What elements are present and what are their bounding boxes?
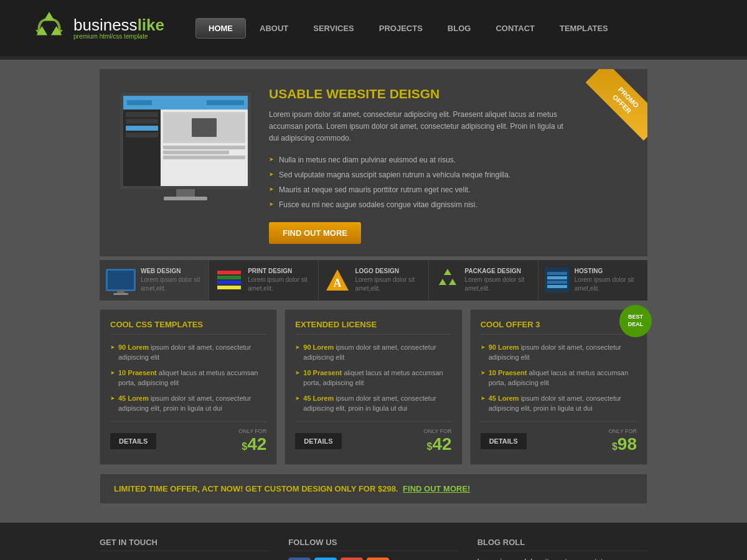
nav-item-contact[interactable]: CONTACT	[484, 19, 546, 38]
blog-roll-item-title: Lorem ipsum dolor sit amet, consectetur	[477, 558, 647, 560]
price-card-2-amount: ONLY FOR $42	[423, 428, 451, 454]
pricing-section: COOL CSS TEMPLATES ➤ 90 Lorem ipsum dolo…	[100, 309, 647, 465]
svg-marker-5	[444, 269, 451, 275]
logo-area: businesslike premium html/css template	[31, 10, 164, 46]
find-out-more-button[interactable]: FIND OUT MORE	[269, 222, 361, 244]
promo-bar-link[interactable]: FIND OUT MORE!	[403, 484, 470, 493]
hero-list-item: ➤ Sed vulputate magna suscipit sapien ru…	[269, 167, 630, 182]
price-card-1-details-btn[interactable]: DETAILS	[110, 433, 156, 449]
logo-icon	[31, 10, 67, 46]
price-card-1-feature-1: ➤ 90 Lorem ipsum dolor sit amet, consect…	[110, 342, 266, 363]
svg-marker-6	[439, 279, 446, 285]
price-card-2-feature-3: ➤ 45 Lorem ipsum dolor sit amet, consect…	[295, 393, 451, 414]
service-item-package-design[interactable]: PACKAGE DESIGN Lorem ipsum dolor sit ame…	[429, 260, 538, 301]
price-card-3-footer: DETAILS ONLY FOR $98	[481, 421, 637, 454]
hosting-icon	[545, 268, 570, 292]
price-card-2-details-btn[interactable]: DETAILS	[295, 433, 341, 449]
service-item-hosting[interactable]: HOSTING Lorem ipsum dolor sit amet,elit.	[538, 260, 647, 301]
service-hosting-text: HOSTING Lorem ipsum dolor sit amet,elit.	[575, 268, 641, 293]
price-card-2-title: EXTENDED LICENSE	[295, 320, 451, 335]
best-deal-badge: BESTDEAL	[619, 305, 652, 337]
service-logo-design-text: LOGO DESIGN Lorem ipsum dolor sit amet,e…	[355, 268, 421, 293]
hero-image	[117, 93, 254, 244]
service-web-design-title: WEB DESIGN	[141, 268, 202, 274]
hero-list: ➤ Nulla in metus nec diam pulvinar euism…	[269, 152, 630, 212]
svg-marker-7	[449, 279, 456, 285]
promo-ribbon: PROMOOFFER	[566, 69, 647, 150]
service-web-design-text: WEB DESIGN Lorem ipsum dolor sit amet,el…	[141, 268, 202, 293]
price-card-1: COOL CSS TEMPLATES ➤ 90 Lorem ipsum dolo…	[100, 309, 277, 465]
price-card-3-feature-3: ➤ 45 Lorem ipsum dolor sit amet, consect…	[481, 393, 637, 414]
rss-icon[interactable]	[367, 558, 389, 560]
logo-text: businesslike premium html/css template	[73, 17, 164, 40]
footer: GET IN TOUCH Lorem ipsum dolor sit amet,…	[0, 523, 747, 560]
service-print-design-title: PRINT DESIGN	[248, 268, 312, 274]
nav-item-about[interactable]: ABOUT	[248, 19, 299, 38]
service-hosting-title: HOSTING	[575, 268, 641, 274]
promo-bar-text: LIMITED TIME OFFER, ACT NOW! GET CUSTOM …	[114, 484, 633, 493]
logo-name-part1: business	[73, 16, 138, 34]
service-item-print-design[interactable]: PRINT DESIGN Lorem ipsum dolor sit amet,…	[209, 260, 319, 301]
price-card-3-only-for: ONLY FOR	[609, 428, 637, 434]
price-card-3-feature-1: ➤ 90 Lorem ipsum dolor sit amet, consect…	[481, 342, 637, 363]
price-card-3-feature-2: ➤ 10 Praesent aliquet lacus at metus acc…	[481, 368, 637, 388]
hero-list-item: ➤ Nulla in metus nec diam pulvinar euism…	[269, 152, 630, 167]
svg-text:A: A	[334, 277, 342, 289]
price-card-1-feature-3: ➤ 45 Lorem ipsum dolor sit amet, consect…	[110, 393, 266, 414]
price-card-1-title: COOL CSS TEMPLATES	[110, 320, 266, 335]
hero-description: Lorem ipsum dolor sit amet, consectetur …	[269, 109, 574, 145]
price-card-3-title: COOL OFFER 3	[481, 320, 637, 335]
price-card-3-details-btn[interactable]: DETAILS	[481, 433, 527, 449]
service-print-design-desc: Lorem ipsum dolor sit amet,elit.	[248, 276, 312, 293]
twitter-icon[interactable]: t	[314, 558, 337, 560]
service-hosting-desc: Lorem ipsum dolor sit amet,elit.	[575, 276, 641, 293]
print-design-icon	[215, 268, 243, 292]
nav-item-services[interactable]: SERVICES	[302, 19, 365, 38]
nav-item-blog[interactable]: BLOG	[436, 19, 482, 38]
price-card-2-feature-2: ➤ 10 Praesent aliquet lacus at metus acc…	[295, 368, 451, 388]
price-card-2-only-for: ONLY FOR	[423, 428, 451, 434]
facebook-icon[interactable]: f	[288, 558, 311, 560]
price-card-2: EXTENDED LICENSE ➤ 90 Lorem ipsum dolor …	[284, 309, 462, 465]
nav-item-projects[interactable]: PROJECTS	[368, 19, 434, 38]
price-card-1-feature-2: ➤ 10 Praesent aliquet lacus at metus acc…	[110, 368, 266, 388]
price-card-2-feature-1: ➤ 90 Lorem ipsum dolor sit amet, consect…	[295, 342, 451, 363]
nav-item-home[interactable]: HOME	[195, 18, 246, 39]
hero-section: USABLE WEBSITE DEISGN Lorem ipsum dolor …	[100, 69, 647, 256]
price-card-1-footer: DETAILS ONLY FOR $42	[110, 421, 266, 454]
services-bar: WEB DESIGN Lorem ipsum dolor sit amet,el…	[100, 259, 647, 301]
service-logo-design-title: LOGO DESIGN	[355, 268, 421, 274]
footer-col-social: FOLLOW US f t g+	[288, 538, 458, 560]
footer-contact-title: GET IN TOUCH	[100, 538, 270, 551]
price-card-1-only-for: ONLY FOR	[238, 428, 266, 434]
price-card-1-amount: ONLY FOR $42	[238, 428, 266, 454]
social-icons: f t g+	[288, 558, 458, 560]
service-item-logo-design[interactable]: A LOGO DESIGN Lorem ipsum dolor sit amet…	[319, 260, 428, 301]
nav-item-templates[interactable]: TEMPLATES	[548, 19, 619, 38]
price-card-3: BESTDEAL COOL OFFER 3 ➤ 90 Lorem ipsum d…	[470, 309, 647, 465]
service-item-web-design[interactable]: WEB DESIGN Lorem ipsum dolor sit amet,el…	[100, 260, 209, 301]
footer-col-contact: GET IN TOUCH Lorem ipsum dolor sit amet,…	[100, 538, 270, 560]
logo-design-icon: A	[325, 268, 350, 292]
service-package-design-desc: Lorem ipsum dolor sit amet,elit.	[465, 276, 532, 293]
hero-list-item: ➤ Mauris at neque sed mauris porttitor r…	[269, 182, 630, 197]
service-logo-design-desc: Lorem ipsum dolor sit amet,elit.	[355, 276, 421, 293]
footer-social-title: FOLLOW US	[288, 538, 458, 551]
blog-roll-item: Lorem ipsum dolor sit amet, consectetur …	[477, 558, 647, 560]
package-design-icon	[435, 268, 460, 292]
main-nav: HOME ABOUT SERVICES PROJECTS BLOG CONTAC…	[195, 18, 619, 39]
logo-name-part2: like	[138, 16, 164, 34]
footer-contact-text: Lorem ipsum dolor sit amet, consectetur …	[100, 558, 270, 560]
service-package-design-text: PACKAGE DESIGN Lorem ipsum dolor sit ame…	[465, 268, 532, 293]
service-print-design-text: PRINT DESIGN Lorem ipsum dolor sit amet,…	[248, 268, 312, 293]
price-card-2-footer: DETAILS ONLY FOR $42	[295, 421, 451, 454]
footer-blog-title: BLOG ROLL	[477, 538, 647, 551]
footer-col-blog: BLOG ROLL Lorem ipsum dolor sit amet, co…	[477, 538, 647, 560]
service-package-design-title: PACKAGE DESIGN	[465, 268, 532, 274]
google-plus-icon[interactable]: g+	[341, 558, 363, 560]
web-design-icon	[106, 269, 136, 291]
service-web-design-desc: Lorem ipsum dolor sit amet,elit.	[141, 276, 202, 293]
hero-list-item: ➤ Fusce eu mi nec augue sodales congue v…	[269, 197, 630, 212]
price-card-3-amount: ONLY FOR $98	[609, 428, 637, 454]
promo-bar: LIMITED TIME OFFER, ACT NOW! GET CUSTOM …	[100, 474, 647, 504]
